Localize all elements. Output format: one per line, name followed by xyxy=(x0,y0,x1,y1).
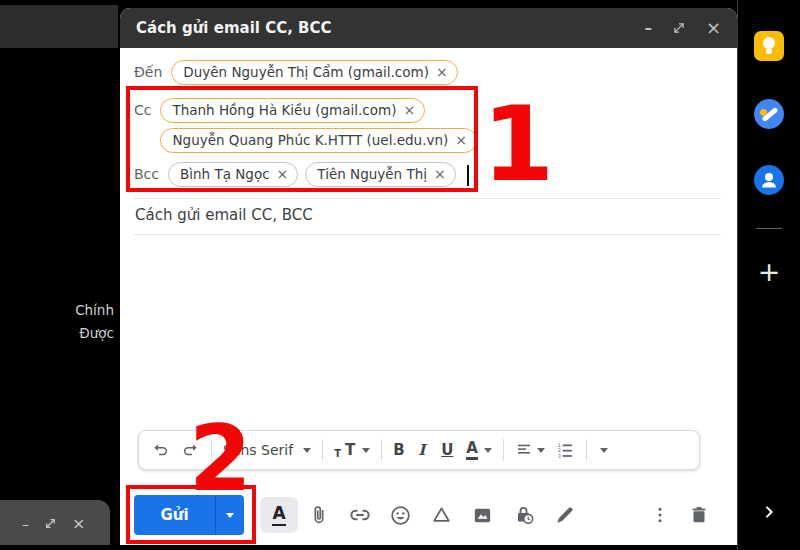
link-icon xyxy=(348,503,372,527)
emoji-icon xyxy=(389,504,412,527)
font-size-selector[interactable]: T T xyxy=(334,441,370,459)
side-panel-divider xyxy=(756,228,782,229)
attach-file-button[interactable] xyxy=(306,497,331,533)
align-left-icon xyxy=(515,442,533,458)
pen-icon xyxy=(553,504,576,527)
chevron-down-icon xyxy=(537,448,545,453)
expand-icon[interactable] xyxy=(44,517,57,530)
chevron-down-icon xyxy=(362,448,370,453)
insert-photo-button[interactable] xyxy=(470,497,495,533)
insert-signature-button[interactable] xyxy=(552,497,577,533)
formatting-toolbar: Sans Serif T T B I U A 123 xyxy=(138,430,700,470)
bold-button[interactable]: B xyxy=(393,441,407,459)
more-formatting-button[interactable] xyxy=(600,448,608,453)
text-cursor xyxy=(467,165,469,186)
bcc-label: Bcc xyxy=(134,162,159,182)
confidential-mode-button[interactable] xyxy=(511,497,536,533)
bulb-base-shape xyxy=(766,49,772,54)
paperclip-icon xyxy=(308,503,330,527)
message-body[interactable] xyxy=(134,240,721,425)
italic-button[interactable]: I xyxy=(418,441,430,459)
cc-label: Cc xyxy=(134,98,151,118)
minimized-compose-window[interactable]: – × xyxy=(0,500,110,545)
numbered-list-button[interactable]: 123 xyxy=(556,442,575,459)
close-icon[interactable]: × xyxy=(72,516,85,532)
compose-right-actions xyxy=(647,497,711,533)
minimize-icon[interactable]: – xyxy=(644,21,652,36)
chip-remove-icon[interactable]: × xyxy=(455,133,467,147)
undo-icon xyxy=(151,442,170,459)
trash-icon xyxy=(688,503,710,527)
formatting-options-toggle[interactable]: A xyxy=(260,497,298,533)
bulb-shape xyxy=(763,37,775,49)
chip-remove-icon[interactable]: × xyxy=(436,65,448,79)
screen: Chính Được – × Cách gửi email CC, BCC – … xyxy=(0,0,800,550)
lock-clock-icon xyxy=(512,503,536,527)
more-options-button[interactable] xyxy=(647,497,672,533)
toolbar-separator xyxy=(211,439,212,461)
send-options-button[interactable] xyxy=(216,513,244,518)
fullscreen-icon[interactable] xyxy=(672,21,686,35)
undo-button[interactable] xyxy=(151,442,170,459)
chip-remove-icon[interactable]: × xyxy=(277,167,289,181)
recipient-chip-cc-1[interactable]: Thanh Hồng Hà Kiều (gmail.com) × xyxy=(160,98,425,123)
chip-remove-icon[interactable]: × xyxy=(434,167,446,181)
chevron-down-icon xyxy=(484,448,492,453)
insert-drive-button[interactable] xyxy=(429,497,454,533)
cc-row[interactable]: Cc Thanh Hồng Hà Kiều (gmail.com) × Nguy… xyxy=(134,98,477,153)
text-color-button[interactable]: A xyxy=(466,440,492,460)
recipient-chip-cc-2[interactable]: Nguyễn Quang Phúc K.HTTT (uel.edu.vn) × xyxy=(160,128,477,153)
keep-icon[interactable] xyxy=(754,31,784,61)
chevron-down-icon xyxy=(226,513,234,518)
toolbar-separator xyxy=(586,439,587,461)
compose-titlebar[interactable]: Cách gửi email CC, BCC – × xyxy=(120,8,737,48)
chevron-right-icon xyxy=(761,502,777,522)
align-button[interactable] xyxy=(515,442,545,458)
font-family-selector[interactable]: Sans Serif xyxy=(223,442,311,458)
compose-actions xyxy=(306,497,577,533)
compose-window: Cách gửi email CC, BCC – × Đến Duyên Ngu… xyxy=(120,8,737,545)
tasks-icon[interactable] xyxy=(754,99,784,129)
recipient-chip-to[interactable]: Duyên Nguyễn Thị Cẩm (gmail.com) × xyxy=(171,60,457,85)
divider xyxy=(134,198,721,199)
background-text-1: Chính xyxy=(0,302,114,318)
dimmed-header xyxy=(0,5,118,48)
to-row[interactable]: Đến Duyên Nguyễn Thị Cẩm (gmail.com) × xyxy=(134,60,458,85)
insert-link-button[interactable] xyxy=(347,497,372,533)
contacts-icon[interactable] xyxy=(754,165,784,195)
toolbar-separator xyxy=(322,439,323,461)
collapse-panel-button[interactable] xyxy=(761,502,777,526)
minimize-icon[interactable]: – xyxy=(22,517,29,531)
recipient-chip-bcc-2[interactable]: Tiên Nguyễn Thị × xyxy=(305,162,455,187)
drive-icon xyxy=(430,504,453,527)
bcc-row[interactable]: Bcc Bình Tạ Ngọc × Tiên Nguyễn Thị × xyxy=(134,162,469,187)
subject-field[interactable]: Cách gửi email CC, BCC xyxy=(135,206,313,224)
chip-remove-icon[interactable]: × xyxy=(403,103,415,117)
add-addon-button[interactable]: + xyxy=(758,258,781,285)
to-label: Đến xyxy=(134,60,162,80)
toolbar-separator xyxy=(503,439,504,461)
discard-draft-button[interactable] xyxy=(686,497,711,533)
three-dots-icon xyxy=(650,504,670,526)
person-icon xyxy=(754,165,784,195)
background-text-2: Được xyxy=(0,325,114,341)
insert-emoji-button[interactable] xyxy=(388,497,413,533)
close-icon[interactable]: × xyxy=(706,19,721,37)
chevron-down-icon xyxy=(600,448,608,453)
redo-icon xyxy=(181,442,200,459)
divider xyxy=(134,234,721,235)
image-icon xyxy=(471,504,494,527)
chevron-down-icon xyxy=(303,448,311,453)
underline-button[interactable]: U xyxy=(441,441,455,459)
svg-text:3: 3 xyxy=(558,452,561,458)
send-button[interactable]: Gửi xyxy=(134,495,244,535)
numbered-list-icon: 123 xyxy=(556,442,575,459)
recipient-chip-bcc-1[interactable]: Bình Tạ Ngọc × xyxy=(168,162,298,187)
gmail-side-panel: + xyxy=(737,0,800,550)
compose-title: Cách gửi email CC, BCC xyxy=(136,19,332,37)
toolbar-separator xyxy=(381,439,382,461)
redo-button[interactable] xyxy=(181,442,200,459)
dot-shape xyxy=(760,109,767,116)
